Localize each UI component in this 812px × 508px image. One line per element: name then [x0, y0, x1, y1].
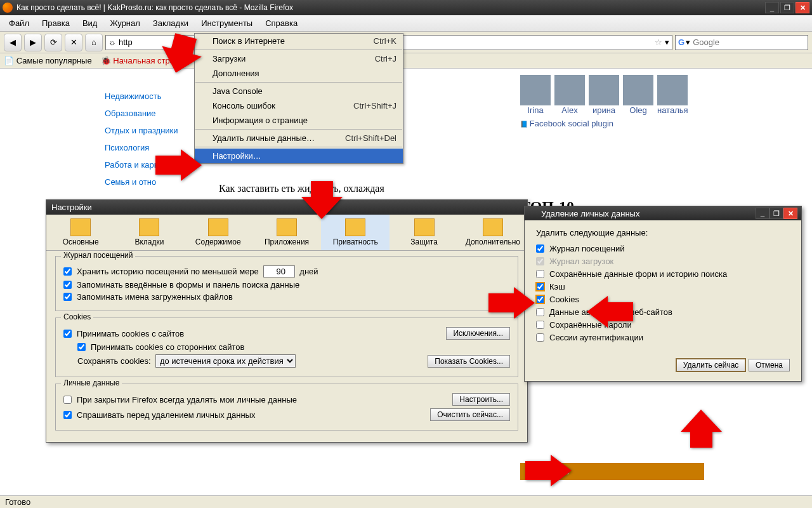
dialog-minimize-button[interactable]: _ [756, 208, 769, 219]
bookmarks-bar: 📄 Самые популярные 🐞 Начальная стран [0, 53, 812, 69]
sidebar-link[interactable]: Недвижимость [105, 88, 206, 105]
tutorial-arrow [152, 149, 203, 189]
menu-item[interactable]: Поиск в ИнтернетеCtrl+K [195, 34, 403, 48]
settings-tabs: ОсновныеВкладкиСодержимоеПриложенияПрива… [46, 215, 527, 251]
menubar: Файл Правка Вид Журнал Закладки Инструме… [0, 15, 812, 32]
settings-tab[interactable]: Защита [390, 215, 458, 250]
sidebar-link[interactable]: Отдых и праздники [105, 122, 206, 139]
forward-button[interactable]: ▶ [24, 34, 42, 51]
menu-edit[interactable]: Правка [36, 16, 76, 30]
configure-button[interactable]: Настроить... [452, 393, 510, 406]
cookies-fieldset: Cookies Принимать cookies с сайтовИсключ… [55, 318, 518, 377]
search-input[interactable] [693, 37, 805, 47]
clear-item-checkbox[interactable] [536, 244, 544, 253]
menu-item[interactable]: Удалить личные данные…Ctrl+Shift+Del [195, 131, 403, 145]
remember-forms-checkbox[interactable] [63, 281, 72, 289]
bookmark-popular[interactable]: 📄 Самые популярные [4, 56, 92, 65]
svg-marker-0 [157, 32, 202, 76]
clear-item-checkbox[interactable] [536, 257, 544, 265]
star-icon[interactable]: ☆ [655, 37, 662, 47]
settings-title: Настройки [51, 203, 92, 212]
dialog-maximize-button[interactable]: ❐ [769, 208, 783, 219]
tutorial-arrow [678, 406, 722, 453]
clear-now-button[interactable]: Очистить сейчас... [430, 408, 510, 421]
delete-now-button[interactable]: Удалить сейчас [676, 358, 746, 372]
clear-data-dialog: Удаление личных данных _ ❐ ✕ Удалить сле… [524, 206, 802, 382]
clear-item-checkbox[interactable] [536, 308, 544, 316]
close-button[interactable]: ✕ [796, 2, 809, 13]
settings-tab[interactable]: Вкладки [115, 215, 183, 250]
svg-marker-5 [681, 410, 722, 448]
window-titlebar: Как просто сделать всё! | KakProsto.ru: … [0, 0, 812, 15]
clear-item-checkbox[interactable] [536, 321, 544, 329]
facebook-faces: Irina Alex ирина Oleg наталья [520, 75, 704, 115]
back-button[interactable]: ◀ [4, 34, 22, 51]
menu-item[interactable]: ЗагрузкиCtrl+J [195, 51, 403, 66]
home-button[interactable]: ⌂ [85, 34, 103, 51]
window-title: Как просто сделать всё! | KakProsto.ru: … [16, 3, 765, 12]
clear-heading: Удалить следующие данные: [536, 228, 790, 237]
settings-tab[interactable]: Дополнительно [459, 215, 527, 250]
svg-marker-3 [488, 287, 535, 319]
ask-before-clear-checkbox[interactable] [63, 411, 72, 419]
svg-marker-6 [525, 455, 572, 486]
menu-item[interactable]: Дополнения [195, 66, 403, 81]
tools-dropdown: Поиск в ИнтернетеCtrl+KЗагрузкиCtrl+JДоп… [194, 33, 403, 164]
clear-on-close-checkbox[interactable] [63, 396, 72, 404]
clear-item-checkbox[interactable] [536, 270, 544, 278]
keep-cookies-select[interactable]: до истечения срока их действия [155, 354, 296, 368]
svg-marker-1 [155, 149, 202, 181]
sidebar-link[interactable]: Образование [105, 105, 206, 122]
menu-history[interactable]: Журнал [103, 16, 146, 30]
minimize-button[interactable]: _ [765, 2, 779, 13]
keep-history-checkbox[interactable] [63, 267, 72, 276]
exceptions-button[interactable]: Исключения... [446, 327, 510, 340]
settings-dialog: Настройки ОсновныеВкладкиСодержимоеПрило… [46, 199, 528, 443]
svg-marker-4 [587, 296, 633, 328]
reload-button[interactable]: ⟳ [44, 34, 62, 51]
menu-item[interactable]: Настройки… [195, 149, 403, 163]
clear-item-checkbox[interactable] [536, 283, 544, 291]
menu-item[interactable]: Консоль ошибокCtrl+Shift+J [195, 98, 403, 113]
remember-downloads-checkbox[interactable] [63, 293, 72, 301]
clear-dialog-title: Удаление личных данных [541, 209, 756, 218]
menu-bookmarks[interactable]: Закладки [147, 16, 195, 30]
tutorial-arrow [298, 178, 343, 224]
third-party-cookies-checkbox[interactable] [77, 343, 86, 351]
menu-tools[interactable]: Инструменты [195, 16, 259, 30]
menu-view[interactable]: Вид [76, 16, 104, 30]
tutorial-arrow [485, 287, 536, 327]
private-data-fieldset: Личные данные При закрытии Firefox всегд… [55, 384, 518, 431]
settings-tab[interactable]: Основные [46, 215, 115, 250]
accept-cookies-checkbox[interactable] [63, 330, 72, 338]
clear-item-checkbox[interactable] [536, 333, 544, 342]
dialog-close-button[interactable]: ✕ [783, 208, 797, 219]
firefox-icon [3, 3, 13, 13]
tutorial-arrow [584, 296, 634, 336]
search-box[interactable]: G▾ [675, 35, 808, 50]
menu-item[interactable]: Информация о странице [195, 113, 403, 128]
show-cookies-button[interactable]: Показать Cookies... [428, 355, 510, 368]
nav-toolbar: ◀ ▶ ⟳ ✕ ⌂ ☼ ☆ ▾ G▾ [0, 32, 812, 53]
history-days-input[interactable]: 90 [263, 265, 295, 277]
menu-item[interactable]: Java Console [195, 84, 403, 98]
firefox-icon [528, 209, 537, 218]
cancel-button[interactable]: Отмена [749, 359, 790, 371]
maximize-button[interactable]: ❐ [780, 2, 794, 13]
svg-marker-2 [301, 181, 343, 219]
menu-file[interactable]: Файл [3, 16, 36, 30]
settings-tab[interactable]: Содержимое [184, 215, 252, 250]
tutorial-arrow [157, 32, 202, 78]
clear-item-checkbox[interactable] [536, 295, 544, 304]
history-fieldset: Журнал посещений Хранить историю посещен… [55, 256, 518, 311]
status-bar: Готово [0, 495, 812, 508]
menu-help[interactable]: Справка [259, 16, 304, 30]
stop-button[interactable]: ✕ [65, 34, 82, 51]
tutorial-arrow [522, 455, 573, 495]
